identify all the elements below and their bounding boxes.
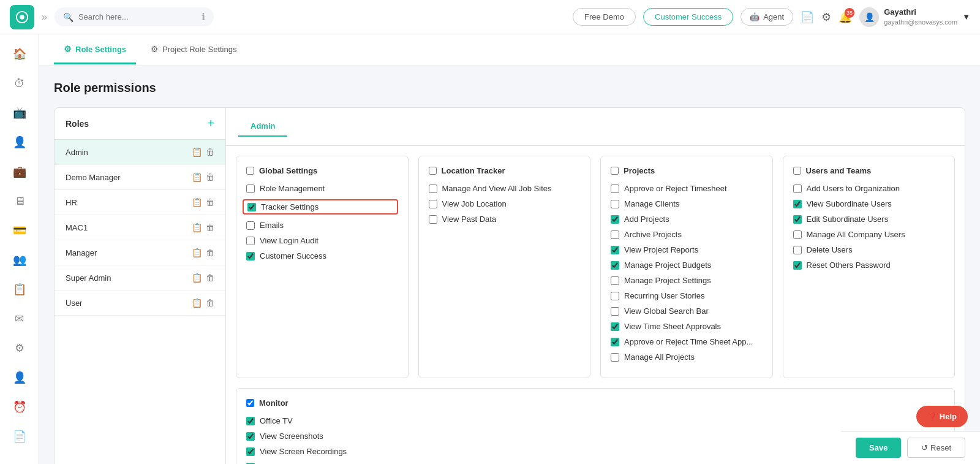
checkbox-manage-clients[interactable] (611, 200, 619, 208)
checkbox-approve-reject-time-sheet-app[interactable] (611, 338, 619, 346)
location-tracker-master-checkbox[interactable] (429, 167, 437, 175)
checkbox-emails[interactable] (246, 221, 255, 230)
checkbox-approve-reject-timesheet[interactable] (611, 184, 619, 193)
role-item-mac1[interactable]: MAC1 📋 🗑 (55, 215, 225, 240)
sidebar-item-email[interactable]: ✉ (7, 306, 32, 331)
checkbox-archive-projects[interactable] (611, 230, 619, 239)
checkbox-recurring-user-stories[interactable] (611, 292, 619, 300)
app-logo[interactable] (10, 5, 34, 29)
checkbox-add-users-to-org[interactable] (793, 184, 802, 193)
checkbox-add-projects[interactable] (611, 215, 619, 224)
checkbox-manage-all-company-users[interactable] (793, 230, 802, 239)
perm-customer-success: Customer Success (246, 251, 398, 261)
checkbox-view-global-search-bar[interactable] (611, 307, 619, 316)
customer-success-button[interactable]: Customer Success (643, 8, 733, 26)
notifications-button[interactable]: 🔔 35 (839, 10, 852, 24)
agent-button[interactable]: 🤖 Agent (741, 8, 793, 26)
role-name-hr: HR (66, 198, 192, 207)
delete-role-mac1[interactable]: 🗑 (206, 222, 214, 232)
free-demo-button[interactable]: Free Demo (573, 8, 636, 26)
checkbox-view-login-audit[interactable] (246, 237, 255, 245)
copy-role-hr[interactable]: 📋 (192, 197, 202, 207)
checkbox-edit-subordinate-users[interactable] (793, 215, 802, 224)
role-item-demo-manager[interactable]: Demo Manager 📋 🗑 (55, 165, 225, 190)
sidebar-item-billing[interactable]: 💳 (7, 218, 32, 243)
roles-panel: Roles + Admin 📋 🗑 Demo Manager 📋 🗑 (55, 108, 226, 464)
role-item-user[interactable]: User 📋 🗑 (55, 291, 225, 316)
copy-role-super-admin[interactable]: 📋 (192, 273, 202, 283)
copy-role-mac1[interactable]: 📋 (192, 222, 202, 232)
sidebar-item-users[interactable]: 👤 (7, 130, 32, 154)
delete-role-super-admin[interactable]: 🗑 (206, 273, 214, 283)
admin-tab[interactable]: Admin (238, 116, 287, 137)
checkbox-view-screen-recordings[interactable] (246, 447, 255, 456)
settings-button[interactable]: ⚙ (821, 10, 831, 24)
role-item-admin[interactable]: Admin 📋 🗑 (55, 140, 225, 165)
sidebar-expand-icon[interactable]: » (42, 12, 47, 23)
checkbox-manage-project-settings[interactable] (611, 276, 619, 285)
sidebar-item-desktop[interactable]: 🖥 (7, 189, 32, 213)
delete-role-admin[interactable]: 🗑 (206, 147, 214, 157)
sidebar-item-documents[interactable]: 📄 (7, 424, 32, 449)
info-icon[interactable]: ℹ (202, 11, 205, 23)
checkbox-office-tv[interactable] (246, 417, 255, 425)
add-role-button[interactable]: + (207, 116, 214, 131)
sidebar-item-settings[interactable]: ⚙ (7, 336, 32, 360)
sidebar-item-time[interactable]: ⏰ (7, 395, 32, 419)
search-input[interactable] (78, 12, 197, 21)
copy-role-demo-manager[interactable]: 📋 (192, 172, 202, 182)
notification-badge: 35 (845, 8, 854, 18)
checkbox-view-job-location[interactable] (429, 200, 437, 208)
roles-header: Roles + (55, 108, 225, 140)
delete-role-user[interactable]: 🗑 (206, 298, 214, 308)
users-teams-master-checkbox[interactable] (793, 167, 801, 175)
tab-role-settings[interactable]: ⚙ Role Settings (54, 36, 136, 64)
reset-button[interactable]: ↺ Reset (907, 438, 965, 458)
copy-role-user[interactable]: 📋 (192, 298, 202, 308)
monitor-master-checkbox[interactable] (246, 399, 254, 407)
checkbox-view-time-sheet-approvals[interactable] (611, 322, 619, 331)
global-settings-title: Global Settings (246, 166, 398, 175)
save-button[interactable]: Save (856, 438, 901, 458)
perm-view-screen-recordings: View Screen Recordings (246, 447, 944, 456)
sidebar-item-timer[interactable]: ⏱ (7, 71, 32, 96)
tab-project-role-settings[interactable]: ⚙ Project Role Settings (141, 36, 246, 64)
delete-role-hr[interactable]: 🗑 (206, 197, 214, 207)
copy-role-manager[interactable]: 📋 (192, 248, 202, 257)
sidebar-item-projects[interactable]: 💼 (7, 159, 32, 184)
checkbox-role-management[interactable] (246, 184, 255, 193)
sidebar-item-tasks[interactable]: 📋 (7, 277, 32, 302)
copy-role-admin[interactable]: 📋 (192, 147, 202, 157)
documents-button[interactable]: 📄 (801, 10, 814, 24)
sidebar-item-teams[interactable]: 👥 (7, 248, 32, 272)
perm-manage-all-company-users: Manage All Company Users (793, 230, 945, 239)
location-tracker-title: Location Tracker (429, 166, 581, 175)
checkbox-customer-success[interactable] (246, 252, 255, 261)
delete-role-demo-manager[interactable]: 🗑 (206, 172, 214, 182)
role-item-manager[interactable]: Manager 📋 🗑 (55, 240, 225, 265)
perm-reset-others-password: Reset Others Password (793, 261, 945, 270)
projects-master-checkbox[interactable] (611, 167, 619, 175)
sidebar-item-monitor[interactable]: 📺 (7, 101, 32, 125)
role-item-super-admin[interactable]: Super Admin 📋 🗑 (55, 265, 225, 291)
checkbox-view-screenshots[interactable] (246, 432, 255, 441)
user-profile[interactable]: 👤 Gayathri gayathri@snovasys.com ▼ (859, 7, 970, 27)
perm-archive-projects: Archive Projects (611, 230, 763, 239)
sidebar-item-home[interactable]: 🏠 (7, 42, 32, 66)
checkbox-delete-users[interactable] (793, 246, 802, 254)
help-button[interactable]: ❓ Help (916, 406, 968, 427)
role-item-hr[interactable]: HR 📋 🗑 (55, 190, 225, 215)
checkbox-manage-all-projects[interactable] (611, 353, 619, 362)
roles-label: Roles (66, 119, 89, 129)
checkbox-manage-project-budgets[interactable] (611, 261, 619, 270)
global-settings-master-checkbox[interactable] (246, 167, 254, 175)
checkbox-tracker-settings[interactable] (247, 203, 256, 211)
checkbox-view-past-data[interactable] (429, 215, 437, 224)
checkbox-manage-job-sites[interactable] (429, 184, 437, 193)
delete-role-manager[interactable]: 🗑 (206, 248, 214, 257)
checkbox-view-project-reports[interactable] (611, 246, 619, 254)
checkbox-reset-others-password[interactable] (793, 261, 802, 270)
perm-view-past-data: View Past Data (429, 215, 581, 224)
checkbox-view-subordinate-users[interactable] (793, 200, 802, 208)
sidebar-item-profile[interactable]: 👤 (7, 365, 32, 390)
